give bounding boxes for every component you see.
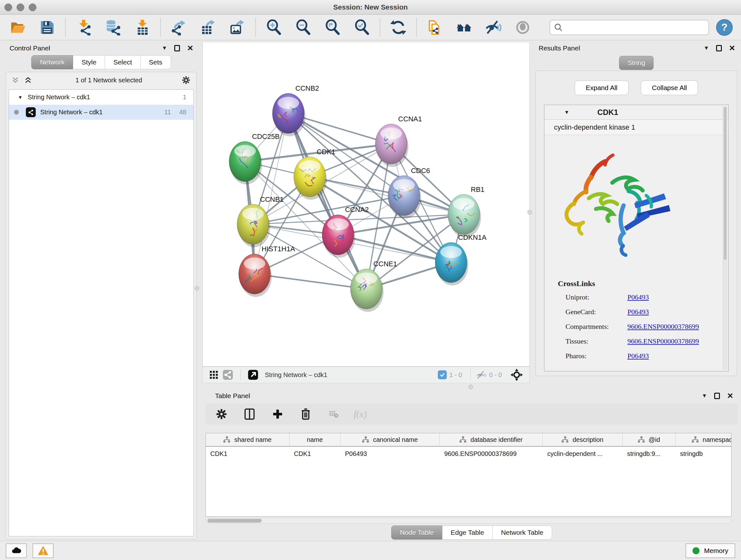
selected-nodes-checkbox[interactable] bbox=[438, 370, 447, 379]
columns-icon bbox=[243, 408, 256, 421]
right-splitter-handle[interactable] bbox=[528, 210, 532, 214]
expand-all-button[interactable]: Expand All bbox=[575, 80, 629, 95]
open-in-new-window-button[interactable] bbox=[246, 369, 260, 380]
new-network-from-selection-button[interactable] bbox=[426, 19, 443, 36]
column-header-database-identifier[interactable]: database identifier bbox=[440, 433, 543, 446]
results-panel-collapse-icon[interactable]: ▼ bbox=[704, 45, 709, 51]
network-node[interactable]: RB1 bbox=[448, 186, 484, 238]
network-edge[interactable] bbox=[288, 113, 366, 289]
string-view-button[interactable] bbox=[220, 369, 235, 380]
tab-edge-table[interactable]: Edge Table bbox=[442, 525, 493, 540]
table-cell[interactable]: CDK1 bbox=[206, 450, 289, 457]
table-cell[interactable]: cyclin-dependent ... bbox=[543, 450, 623, 457]
tab-sets[interactable]: Sets bbox=[141, 55, 171, 69]
close-window-button[interactable] bbox=[4, 3, 12, 11]
gene-section-header[interactable]: ▼ CDK1 bbox=[544, 105, 728, 120]
column-header-@id[interactable]: @id bbox=[623, 433, 676, 446]
show-columns-button[interactable] bbox=[241, 406, 258, 422]
collection-name: String Network – cdk1 bbox=[28, 94, 90, 101]
tab-string[interactable]: String bbox=[619, 56, 654, 70]
memory-button[interactable]: Memory bbox=[685, 543, 735, 558]
network-graph[interactable]: CCNB2CCNA1CDC25BCDK1CDC6RB1CCNB1CCNA2CDK… bbox=[203, 43, 529, 366]
table-cell[interactable]: CDK1 bbox=[289, 450, 340, 457]
minimize-window-button[interactable] bbox=[17, 3, 24, 11]
results-panel-close-icon[interactable]: ✕ bbox=[729, 44, 735, 53]
table-row[interactable]: CDK1CDK1P064939606.ENSP00000378699cyclin… bbox=[206, 447, 731, 461]
left-splitter-handle[interactable] bbox=[195, 286, 199, 291]
network-node[interactable]: CCNB2 bbox=[273, 84, 319, 136]
table-cell[interactable]: stringdb bbox=[676, 450, 731, 457]
warnings-button[interactable] bbox=[32, 543, 54, 558]
tab-network-table[interactable]: Network Table bbox=[493, 525, 552, 540]
export-image-button[interactable] bbox=[229, 19, 246, 36]
apply-layout-button[interactable] bbox=[390, 19, 407, 36]
table-cell[interactable]: 9606.ENSP00000378699 bbox=[440, 450, 543, 457]
column-header-namespace[interactable]: namespace bbox=[676, 433, 731, 446]
birdseye-view-button[interactable] bbox=[509, 368, 525, 381]
network-row-selected[interactable]: String Network – cdk1 11 48 bbox=[9, 105, 193, 120]
network-node[interactable]: CCNA1 bbox=[375, 115, 422, 167]
table-horizontal-scrollbar[interactable] bbox=[205, 518, 731, 523]
table-panel-float-icon[interactable] bbox=[714, 393, 720, 399]
import-network-database-button[interactable] bbox=[105, 19, 121, 36]
show-graphics-details-button[interactable] bbox=[456, 19, 472, 36]
cloud-status-button[interactable] bbox=[6, 543, 27, 558]
create-column-button[interactable] bbox=[269, 406, 286, 422]
column-header-name[interactable]: name bbox=[289, 433, 340, 446]
node-table[interactable]: shared namenamecanonical namedatabase id… bbox=[205, 433, 731, 516]
save-session-button[interactable] bbox=[39, 19, 56, 36]
global-search-input[interactable] bbox=[549, 20, 709, 35]
network-node[interactable]: HIST1H1A bbox=[239, 245, 295, 297]
help-button[interactable]: ? bbox=[716, 19, 733, 36]
network-canvas[interactable]: CCNB2CCNA1CDC25BCDK1CDC6RB1CCNB1CCNA2CDK… bbox=[202, 43, 530, 367]
network-collection-row[interactable]: ▼ String Network – cdk1 1 bbox=[9, 90, 193, 105]
export-table-button[interactable] bbox=[200, 19, 216, 36]
collapse-all-button[interactable]: Collapse All bbox=[641, 80, 698, 95]
network-node[interactable]: CCNB1 bbox=[237, 195, 284, 247]
export-network-button[interactable] bbox=[171, 19, 187, 36]
delete-table-button[interactable] bbox=[326, 406, 342, 422]
table-panel-collapse-icon[interactable]: ▼ bbox=[702, 393, 707, 399]
zoom-in-button[interactable] bbox=[266, 19, 282, 36]
network-options-gear-icon[interactable] bbox=[181, 75, 191, 85]
column-header-description[interactable]: description bbox=[543, 433, 623, 446]
crosslink-link[interactable]: 9606.ENSP00000378699 bbox=[627, 337, 699, 346]
zoom-out-button[interactable] bbox=[295, 19, 312, 36]
show-all-hidden-button[interactable] bbox=[515, 19, 531, 36]
crosslink-link[interactable]: P06493 bbox=[627, 352, 649, 360]
table-cell[interactable]: stringdb:9... bbox=[623, 450, 676, 457]
import-table-button[interactable] bbox=[134, 19, 151, 36]
zoom-window-button[interactable] bbox=[29, 3, 37, 11]
results-panel-float-icon[interactable] bbox=[716, 45, 722, 51]
column-header-canonical-name[interactable]: canonical name bbox=[340, 433, 440, 446]
crosslink-link[interactable]: P06493 bbox=[627, 293, 649, 301]
bottom-splitter-handle[interactable] bbox=[468, 385, 473, 389]
hide-selected-button[interactable] bbox=[485, 19, 502, 36]
crosslink-link[interactable]: P06493 bbox=[627, 308, 649, 316]
import-network-file-button[interactable] bbox=[75, 19, 92, 36]
column-header-shared-name[interactable]: shared name bbox=[206, 433, 289, 446]
zoom-fit-button[interactable] bbox=[324, 19, 341, 36]
table-panel-close-icon[interactable]: ✕ bbox=[727, 391, 733, 400]
tab-style[interactable]: Style bbox=[73, 55, 105, 69]
crosslink-link[interactable]: 9606.ENSP00000378699 bbox=[627, 322, 699, 331]
control-panel-float-icon[interactable] bbox=[174, 45, 180, 51]
zoom-selected-button[interactable] bbox=[354, 19, 370, 36]
table-cell[interactable]: P06493 bbox=[340, 450, 440, 457]
tab-select[interactable]: Select bbox=[105, 55, 140, 69]
gene-section-expand-icon[interactable]: ▼ bbox=[564, 110, 569, 115]
tab-network[interactable]: Network bbox=[31, 55, 73, 69]
tab-node-table[interactable]: Node Table bbox=[391, 525, 442, 540]
function-builder-button[interactable]: f(x) bbox=[354, 409, 367, 420]
delete-column-button[interactable] bbox=[297, 406, 314, 422]
table-options-button[interactable] bbox=[213, 406, 230, 422]
expand-all-icon[interactable] bbox=[24, 76, 32, 84]
control-panel-close-icon[interactable]: ✕ bbox=[187, 44, 193, 53]
open-session-button[interactable] bbox=[10, 19, 26, 36]
grid-view-button[interactable] bbox=[207, 370, 220, 380]
network-node[interactable]: CDKN1A bbox=[435, 233, 487, 286]
collection-expand-icon[interactable]: ▼ bbox=[18, 95, 23, 100]
results-scrollbar[interactable] bbox=[723, 106, 727, 370]
control-panel-collapse-icon[interactable]: ▼ bbox=[162, 45, 167, 51]
collapse-all-icon[interactable] bbox=[11, 76, 19, 84]
